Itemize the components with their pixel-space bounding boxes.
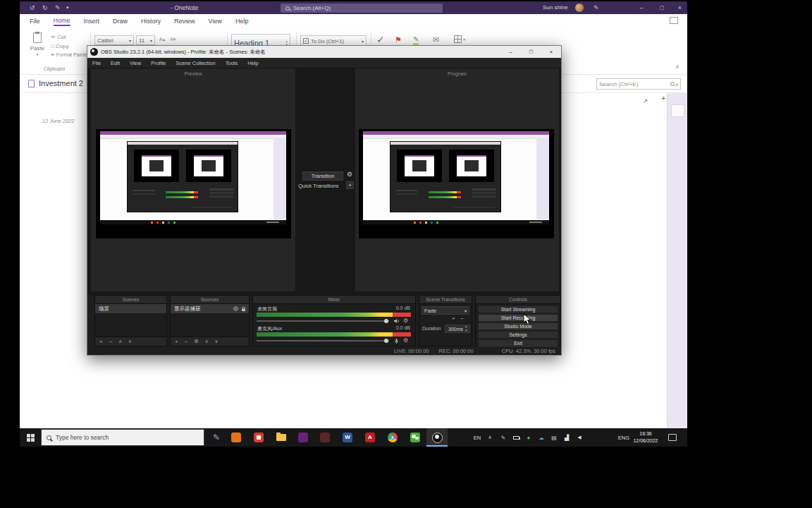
obs-menu-profile[interactable]: Profile [146, 60, 171, 66]
undo-icon[interactable]: ↺ [30, 1, 35, 14]
settings-button[interactable]: Settings [478, 331, 558, 339]
email-page-icon[interactable]: ✉ [433, 35, 439, 44]
purple-app-icon[interactable] [293, 428, 314, 447]
add-page-icon[interactable]: + [661, 94, 665, 102]
menu-home[interactable]: Home [54, 17, 70, 26]
menu-insert[interactable]: Insert [84, 18, 100, 25]
orange-app-icon[interactable] [226, 428, 247, 447]
add-source-icon[interactable]: + [175, 339, 178, 345]
volume-slider-handle[interactable] [384, 339, 388, 343]
share-pane-icon[interactable] [670, 17, 678, 24]
source-properties-icon[interactable]: ⚙ [194, 339, 198, 344]
grow-font-button[interactable]: A▴ [159, 37, 165, 42]
red-app-icon[interactable] [248, 428, 269, 447]
obs-close-button[interactable]: × [541, 49, 561, 55]
add-scene-icon[interactable]: + [99, 339, 103, 345]
redo-icon[interactable]: ↻ [42, 1, 48, 14]
menu-review[interactable]: Review [174, 18, 195, 25]
menu-help[interactable]: Help [235, 18, 249, 25]
tray-pen-icon[interactable]: ✎ [498, 428, 509, 447]
scene-up-icon[interactable]: ∧ [118, 339, 122, 344]
volume-slider[interactable] [257, 320, 389, 322]
clock[interactable]: 16:36 12/06/2022 [630, 430, 661, 445]
obs-menu-file[interactable]: File [87, 60, 106, 66]
maximize-button[interactable]: ▢ [652, 1, 672, 14]
page-search-input[interactable]: Search (Ctrl+E) ▾ [596, 78, 681, 90]
wechat-icon[interactable] [405, 428, 426, 447]
tray-chevron-icon[interactable]: ∧ [485, 428, 495, 447]
expand-pane-icon[interactable]: ↗ [643, 97, 648, 104]
transition-type-select[interactable]: Fade ▾ [422, 306, 469, 315]
volume-slider-handle[interactable] [384, 319, 388, 323]
scene-down-icon[interactable]: ∨ [128, 339, 132, 344]
menu-file[interactable]: File [30, 18, 40, 25]
acrobat-icon[interactable]: A [359, 428, 381, 447]
scene-transitions-dock-title[interactable]: Scene Transitions [419, 296, 472, 304]
font-name-select[interactable]: Calibri▾ [94, 35, 134, 45]
copy-button[interactable]: □ Copy [51, 43, 69, 49]
avatar[interactable] [575, 4, 584, 12]
sources-dock-title[interactable]: Sources [171, 296, 249, 304]
collapse-ribbon-icon[interactable]: ∧ [675, 64, 679, 70]
add-quick-transition-button[interactable]: + [346, 181, 354, 189]
source-down-icon[interactable]: ∨ [214, 339, 218, 344]
obs-menu-tools[interactable]: Tools [221, 60, 243, 66]
mic-icon[interactable] [394, 338, 399, 344]
tray-app-icon[interactable]: ▤ [548, 428, 560, 447]
channel-settings-icon[interactable]: ⚙ [403, 318, 408, 324]
start-recording-button[interactable]: Start Recording [478, 314, 558, 322]
menu-view[interactable]: View [209, 18, 222, 25]
speaker-icon[interactable] [393, 318, 400, 324]
flag-icon[interactable]: ⚑ [395, 35, 402, 44]
font-size-select[interactable]: 11▾ [136, 35, 155, 45]
onedrive-cloud-icon[interactable]: ☁ [536, 428, 547, 447]
obs-menu-help[interactable]: Help [242, 60, 263, 66]
studio-mode-button[interactable]: Studio Mode [478, 322, 558, 330]
more-icon[interactable]: ▾ [66, 1, 69, 14]
minimize-button[interactable]: – [632, 1, 651, 14]
mixer-dock-title[interactable]: Mixer [253, 296, 415, 304]
format-painter-button[interactable]: ✒ Format Painter [51, 52, 89, 58]
ink-icon[interactable]: ✎ [593, 1, 599, 14]
user-name[interactable]: Sun shine [543, 4, 568, 11]
obs-menu-edit[interactable]: Edit [106, 60, 125, 66]
paste-button[interactable]: Paste ▾ [27, 32, 48, 62]
source-list-item[interactable]: 显示器捕获 [171, 304, 249, 313]
eye-icon[interactable] [233, 306, 239, 311]
maroon-app-icon[interactable] [314, 428, 336, 447]
menu-history[interactable]: History [141, 18, 161, 25]
network-icon[interactable]: ▟ [561, 428, 572, 447]
table-button[interactable]: ▾ [454, 35, 465, 43]
preview-video[interactable] [96, 129, 291, 238]
file-explorer-icon[interactable] [271, 428, 292, 447]
todo-tag-button[interactable]: ✓ [376, 34, 385, 45]
start-streaming-button[interactable]: Start Streaming [478, 306, 558, 313]
pen-icon[interactable]: ✎ [55, 1, 61, 14]
tray-green-app-icon[interactable]: ● [523, 428, 534, 447]
transition-button[interactable]: Transition [302, 171, 343, 181]
language-badge[interactable]: EN [471, 428, 484, 447]
obs-titlebar[interactable]: OBS Studio 23.2.1 (64-bit, windows) - Pr… [87, 46, 561, 58]
page-tabs-pane[interactable] [667, 93, 687, 428]
remove-transition-icon[interactable]: − [460, 315, 464, 322]
volume-slider[interactable] [257, 340, 389, 341]
scene-list-item[interactable]: 场景 [95, 304, 166, 313]
close-button[interactable]: × [672, 1, 687, 14]
obs-menu-view[interactable]: View [125, 60, 146, 66]
duration-down-icon[interactable]: ▾ [465, 328, 467, 332]
start-button[interactable] [20, 428, 41, 447]
obs-menu-scene-collection[interactable]: Scene Collection [171, 60, 220, 66]
channel-settings-icon[interactable]: ⚙ [403, 337, 408, 344]
remove-source-icon[interactable]: − [185, 339, 188, 345]
lock-icon[interactable] [241, 306, 246, 312]
page-tab[interactable] [671, 104, 684, 117]
source-up-icon[interactable]: ∧ [205, 339, 209, 344]
menu-draw[interactable]: Draw [113, 18, 128, 25]
highlighter-icon[interactable]: ✎ [413, 35, 419, 45]
volume-icon[interactable]: ◀ [574, 428, 585, 447]
page-title[interactable]: Investment 2 [39, 79, 83, 87]
cut-button[interactable]: ✂ Cut [51, 34, 66, 40]
obs-maximize-button[interactable]: ▢ [521, 49, 541, 54]
obs-minimize-button[interactable]: – [500, 49, 521, 55]
transition-gear-icon[interactable]: ⚙ [347, 171, 352, 178]
